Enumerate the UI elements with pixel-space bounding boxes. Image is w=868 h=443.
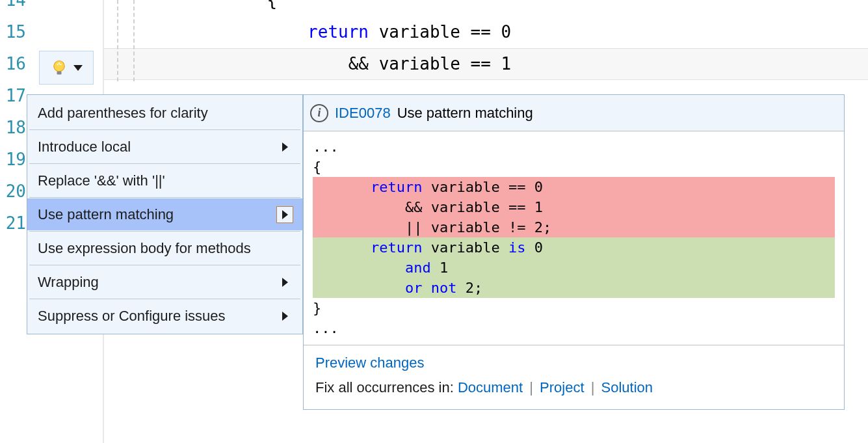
menu-separator	[29, 231, 300, 232]
menu-separator	[29, 299, 300, 299]
menu-item-label: Use pattern matching	[38, 206, 174, 223]
line-number: 19	[0, 144, 26, 176]
menu-separator	[29, 163, 300, 164]
menu-item-label: Replace '&&' with '||'	[38, 172, 165, 189]
quick-actions-menu: Add parentheses for clarityIntroduce loc…	[27, 94, 303, 334]
chevron-right-icon	[276, 206, 293, 223]
diagnostic-id[interactable]: IDE0078	[335, 105, 391, 122]
chevron-right-icon	[276, 139, 293, 155]
menu-item-wrapping[interactable]: Wrapping	[27, 266, 302, 298]
quick-actions-lightbulb[interactable]	[39, 51, 94, 85]
menu-separator	[29, 129, 300, 130]
svg-rect-1	[57, 72, 62, 75]
line-number-gutter: 1415161718192021	[0, 0, 30, 239]
fix-scope-solution[interactable]: Solution	[601, 379, 653, 396]
info-icon: i	[310, 104, 328, 122]
menu-item-add-parentheses-for-clarity[interactable]: Add parentheses for clarity	[27, 97, 302, 129]
fix-scope-document[interactable]: Document	[458, 379, 523, 396]
code-fix-preview-panel: i IDE0078 Use pattern matching ...{ retu…	[303, 94, 845, 410]
code-line[interactable]: return variable == 0	[104, 16, 868, 48]
link-separator: |	[525, 379, 537, 396]
menu-item-replace-with[interactable]: Replace '&&' with '||'	[27, 165, 302, 196]
chevron-down-icon	[73, 65, 83, 71]
diff-removed-line: || variable != 2;	[313, 217, 835, 237]
diff-context-line: {	[313, 157, 835, 177]
diff-context-line: ...	[313, 137, 835, 157]
menu-item-label: Introduce local	[38, 139, 131, 155]
menu-item-label: Wrapping	[38, 274, 99, 291]
line-number: 17	[0, 80, 26, 112]
menu-item-introduce-local[interactable]: Introduce local	[27, 131, 302, 163]
diagnostic-title: Use pattern matching	[397, 105, 533, 122]
menu-item-suppress-or-configure-issues[interactable]: Suppress or Configure issues	[27, 300, 302, 332]
preview-header: i IDE0078 Use pattern matching	[304, 95, 844, 131]
code-line[interactable]: {	[104, 0, 868, 16]
link-separator: |	[587, 379, 599, 396]
code-line[interactable]: && variable == 1	[104, 48, 868, 80]
diff-context-line: }	[313, 298, 835, 318]
code-area[interactable]: { return variable == 0 && variable == 1	[104, 0, 868, 80]
diff-removed-line: && variable == 1	[313, 197, 835, 217]
line-number: 14	[0, 0, 26, 16]
diff-preview: ...{ return variable == 0 && variable ==…	[304, 131, 844, 345]
line-number: 15	[0, 16, 26, 48]
diff-added-line: return variable is 0	[313, 237, 835, 258]
menu-separator	[29, 197, 300, 198]
chevron-right-icon	[276, 274, 293, 291]
fix-scope-project[interactable]: Project	[540, 379, 584, 396]
fix-all-label: Fix all occurrences in:	[315, 379, 454, 396]
diff-removed-line: return variable == 0	[313, 177, 835, 197]
preview-changes-link[interactable]: Preview changes	[315, 355, 425, 371]
menu-item-label: Add parentheses for clarity	[38, 105, 208, 122]
menu-item-use-pattern-matching[interactable]: Use pattern matching	[27, 198, 302, 230]
chevron-right-icon	[276, 308, 293, 325]
menu-item-use-expression-body-for-methods[interactable]: Use expression body for methods	[27, 232, 302, 264]
menu-item-label: Suppress or Configure issues	[38, 308, 226, 325]
preview-footer: Preview changes Fix all occurrences in: …	[304, 345, 844, 409]
menu-item-label: Use expression body for methods	[38, 240, 251, 257]
diff-added-line: and 1	[313, 258, 835, 278]
diff-added-line: or not 2;	[313, 278, 835, 298]
menu-separator	[29, 265, 300, 265]
line-number: 16	[0, 48, 26, 80]
lightbulb-icon	[50, 59, 68, 77]
line-number: 18	[0, 112, 26, 144]
code-editor: 1415161718192021 { return variable == 0 …	[0, 0, 868, 443]
diff-context-line: ...	[313, 318, 835, 338]
line-number: 20	[0, 176, 26, 208]
line-number: 21	[0, 208, 26, 239]
